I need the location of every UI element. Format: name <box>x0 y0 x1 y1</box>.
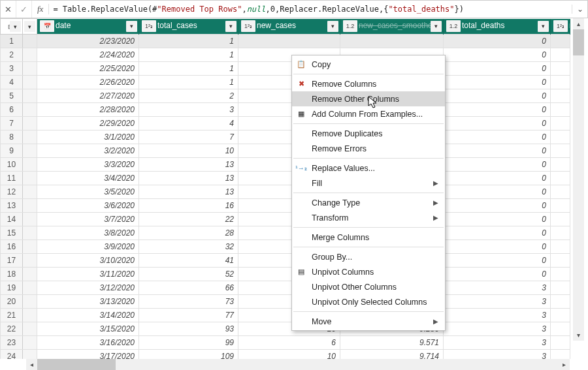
cell-overflow[interactable] <box>551 117 570 131</box>
cell-date[interactable]: 3/13/2020 <box>37 295 139 309</box>
scroll-left-icon[interactable]: ◂ <box>26 359 37 370</box>
cell-total-cases[interactable]: 10 <box>139 144 238 158</box>
cell-date[interactable]: 2/28/2020 <box>37 103 139 117</box>
scrollbar-thumb[interactable] <box>573 29 584 55</box>
cell-overflow[interactable] <box>551 268 570 281</box>
menu-unpivot-columns[interactable]: ▤Unpivot Columns <box>292 264 445 279</box>
row-number[interactable]: 22 <box>1 322 23 336</box>
vertical-scrollbar[interactable]: ▴ ▾ <box>573 18 584 341</box>
table-row[interactable]: 173/10/2020410 <box>1 254 570 268</box>
cell-overflow[interactable] <box>551 295 570 309</box>
table-row[interactable]: 72/29/202040 <box>1 117 570 131</box>
cell-date[interactable]: 3/16/2020 <box>37 336 139 350</box>
cell-overflow[interactable] <box>551 172 570 185</box>
column-filter-dropdown[interactable]: ▾ <box>126 21 137 32</box>
table-row[interactable]: 52/27/202020 <box>1 89 570 103</box>
cell-overflow[interactable] <box>551 199 570 213</box>
cell-date[interactable]: 2/26/2020 <box>37 76 139 89</box>
horizontal-scrollbar[interactable]: ◂ ▸ <box>26 359 570 370</box>
row-number[interactable]: 24 <box>1 350 23 360</box>
cancel-formula-icon[interactable]: ✕ <box>1 1 16 18</box>
cell-total-cases[interactable]: 1 <box>139 48 238 62</box>
cell-new-cases-smoothed[interactable] <box>340 35 444 48</box>
cell-date[interactable]: 3/10/2020 <box>37 254 139 268</box>
cell-overflow[interactable] <box>551 281 570 295</box>
table-row[interactable]: 32/25/202010 <box>1 62 570 76</box>
cell-date[interactable]: 2/27/2020 <box>37 89 139 103</box>
menu-move[interactable]: Move▶ <box>292 314 445 329</box>
row-number[interactable]: 1 <box>1 35 23 48</box>
menu-unpivot-selected[interactable]: Unpivot Only Selected Columns <box>292 294 445 309</box>
cell-date[interactable]: 2/25/2020 <box>37 62 139 76</box>
cell-total-deaths[interactable]: 0 <box>444 213 551 226</box>
column-header-total-cases[interactable]: 1²₃total_cases▾ <box>139 19 238 35</box>
cell-overflow[interactable] <box>551 240 570 254</box>
row-number[interactable]: 6 <box>1 103 23 117</box>
table-row[interactable]: 143/7/2020220 <box>1 213 570 226</box>
cell-total-cases[interactable]: 13 <box>139 185 238 199</box>
row-number[interactable]: 13 <box>1 199 23 213</box>
menu-fill[interactable]: Fill▶ <box>292 176 445 191</box>
cell-total-cases[interactable]: 32 <box>139 240 238 254</box>
cell-total-cases[interactable]: 28 <box>139 226 238 240</box>
row-number[interactable]: 20 <box>1 295 23 309</box>
cell-total-cases[interactable]: 13 <box>139 158 238 172</box>
cell-total-deaths[interactable]: 0 <box>444 35 551 48</box>
cell-total-cases[interactable]: 73 <box>139 295 238 309</box>
cell-date[interactable]: 3/9/2020 <box>37 240 139 254</box>
table-row[interactable]: 203/13/20207378.1433 <box>1 295 570 309</box>
cell-overflow[interactable] <box>551 336 570 350</box>
row-number[interactable]: 18 <box>1 268 23 281</box>
menu-remove-columns[interactable]: ✖Remove Columns <box>292 76 445 91</box>
cell-total-deaths[interactable]: 0 <box>444 131 551 144</box>
cell-overflow[interactable] <box>551 76 570 89</box>
cell-date[interactable]: 3/14/2020 <box>37 309 139 322</box>
cell-date[interactable]: 3/12/2020 <box>37 281 139 295</box>
cell-date[interactable]: 3/8/2020 <box>37 226 139 240</box>
cell-total-deaths[interactable]: 0 <box>444 172 551 185</box>
expand-formula-icon[interactable]: ⌄ <box>572 5 587 14</box>
row-number[interactable]: 14 <box>1 213 23 226</box>
row-number[interactable]: 12 <box>1 185 23 199</box>
scroll-right-icon[interactable]: ▸ <box>559 359 570 370</box>
row-number[interactable]: 10 <box>1 158 23 172</box>
table-row[interactable]: 233/16/20209969.5713 <box>1 336 570 350</box>
aux-dropdown[interactable]: ▾ <box>24 21 35 32</box>
cell-total-deaths[interactable]: 0 <box>444 199 551 213</box>
cell-total-deaths[interactable]: 0 <box>444 48 551 62</box>
cell-total-cases[interactable]: 66 <box>139 281 238 295</box>
menu-replace-values[interactable]: ¹→₂Replace Values... <box>292 161 445 176</box>
menu-add-column-examples[interactable]: ▦Add Column From Examples... <box>292 106 445 121</box>
column-header-new-cases[interactable]: 1²₃new_cases▾ <box>238 19 340 35</box>
row-number[interactable]: 4 <box>1 76 23 89</box>
row-number[interactable]: 21 <box>1 309 23 322</box>
menu-transform[interactable]: Transform▶ <box>292 210 445 225</box>
accept-formula-icon[interactable]: ✓ <box>16 1 32 18</box>
cell-new-cases[interactable]: 10 <box>238 350 340 360</box>
formula-input[interactable]: = Table.ReplaceValue(#"Removed Top Rows"… <box>49 5 572 14</box>
table-row[interactable]: 163/9/2020320 <box>1 240 570 254</box>
cell-overflow[interactable] <box>551 35 570 48</box>
menu-remove-duplicates[interactable]: Remove Duplicates <box>292 126 445 141</box>
table-row[interactable]: 103/3/2020130 <box>1 158 570 172</box>
table-row[interactable]: 183/11/2020520 <box>1 268 570 281</box>
cell-total-deaths[interactable]: 3 <box>444 336 551 350</box>
table-row[interactable]: 22/24/202010 <box>1 48 570 62</box>
cell-total-cases[interactable]: 1 <box>139 35 238 48</box>
cell-total-deaths[interactable]: 0 <box>444 268 551 281</box>
cell-overflow[interactable] <box>551 213 570 226</box>
cell-total-cases[interactable]: 22 <box>139 213 238 226</box>
cell-total-deaths[interactable]: 3 <box>444 281 551 295</box>
cell-date[interactable]: 3/2/2020 <box>37 144 139 158</box>
cell-total-deaths[interactable]: 0 <box>444 226 551 240</box>
row-number[interactable]: 7 <box>1 117 23 131</box>
cell-overflow[interactable] <box>551 309 570 322</box>
cell-new-cases[interactable]: 6 <box>238 336 340 350</box>
row-number[interactable]: 15 <box>1 226 23 240</box>
menu-remove-errors[interactable]: Remove Errors <box>292 141 445 156</box>
cell-total-deaths[interactable]: 0 <box>444 144 551 158</box>
cell-date[interactable]: 3/3/2020 <box>37 158 139 172</box>
cell-overflow[interactable] <box>551 103 570 117</box>
column-header-date[interactable]: 📅date▾ <box>37 19 139 35</box>
cell-date[interactable]: 3/17/2020 <box>37 350 139 360</box>
